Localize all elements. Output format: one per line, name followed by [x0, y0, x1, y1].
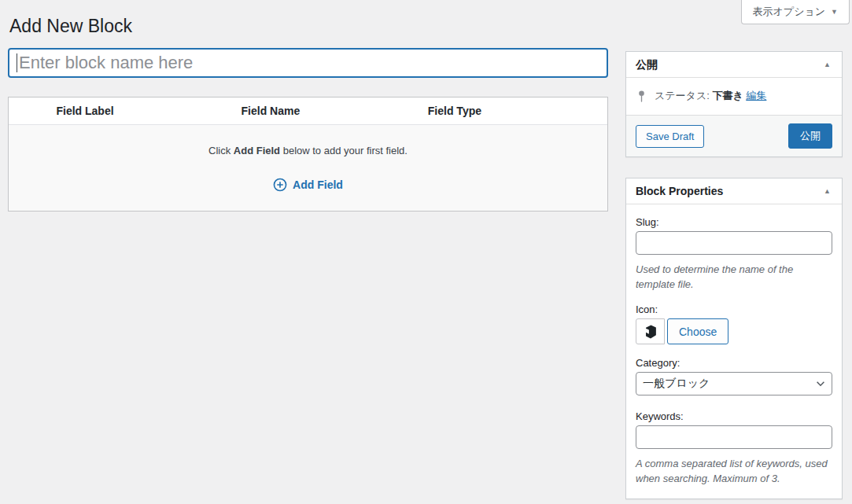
- post-status-row: ステータス: 下書き 編集: [626, 78, 842, 115]
- fields-table: Field Label Field Name Field Type Click …: [8, 97, 608, 212]
- icon-preview-box: [636, 318, 665, 344]
- pin-status-icon: [636, 90, 647, 103]
- chevron-down-icon: ▼: [831, 8, 838, 16]
- icon-label: Icon:: [636, 304, 832, 315]
- column-header-field-label: Field Label: [9, 105, 161, 117]
- edit-status-link[interactable]: 編集: [746, 90, 766, 101]
- main-column: Add New Block Field Label Field Name Fie…: [8, 8, 608, 499]
- slug-description: Used to determine the name of the templa…: [636, 262, 832, 292]
- sidebar: 公開 ▲ ステータス: 下書き 編集 Save Draft 公開: [625, 51, 843, 499]
- icon-chooser: Choose: [636, 318, 832, 344]
- block-properties-header[interactable]: Block Properties ▲: [626, 178, 842, 204]
- empty-message-prefix: Click: [208, 145, 234, 156]
- plus-circle-icon: [273, 178, 287, 192]
- block-name-input[interactable]: [8, 48, 608, 78]
- screen-options-button[interactable]: 表示オプション ▼: [741, 0, 850, 24]
- block-default-icon: [642, 323, 659, 340]
- screen-options-label: 表示オプション: [753, 5, 826, 19]
- column-header-field-type: Field Type: [380, 105, 529, 117]
- collapse-panel-icon[interactable]: ▲: [822, 187, 832, 195]
- category-selected-value: 一般ブロック: [643, 377, 710, 391]
- choose-icon-button[interactable]: Choose: [667, 318, 728, 344]
- block-properties-title: Block Properties: [636, 185, 723, 197]
- block-properties-panel: Block Properties ▲ Slug: Used to determi…: [625, 178, 843, 499]
- add-field-button[interactable]: Add Field: [273, 178, 343, 192]
- block-properties-body: Slug: Used to determine the name of the …: [626, 204, 842, 498]
- publishing-actions: Save Draft 公開: [626, 115, 842, 156]
- save-draft-button[interactable]: Save Draft: [636, 125, 704, 148]
- fields-table-header: Field Label Field Name Field Type: [9, 97, 607, 125]
- category-label: Category:: [636, 357, 832, 369]
- collapse-panel-icon[interactable]: ▲: [822, 61, 832, 68]
- slug-input[interactable]: [636, 231, 832, 255]
- slug-label: Slug:: [636, 216, 832, 228]
- page-content: Add New Block Field Label Field Name Fie…: [0, 0, 852, 499]
- empty-message-suffix: below to add your first field.: [280, 145, 408, 156]
- block-name-wrapper: [8, 48, 608, 78]
- status-value: 下書き: [712, 90, 743, 101]
- empty-fields-message: Click Add Field below to add your first …: [9, 145, 607, 156]
- publish-panel-header[interactable]: 公開 ▲: [626, 52, 842, 78]
- page-title: Add New Block: [8, 8, 608, 48]
- keywords-label: Keywords:: [636, 410, 832, 422]
- empty-message-bold: Add Field: [234, 145, 280, 156]
- text-caret: [17, 53, 17, 72]
- category-select[interactable]: 一般ブロック: [636, 372, 832, 395]
- fields-table-empty-state: Click Add Field below to add your first …: [9, 125, 607, 211]
- publish-button[interactable]: 公開: [788, 123, 832, 149]
- status-label: ステータス:: [655, 90, 710, 101]
- column-header-field-name: Field Name: [161, 105, 380, 117]
- keywords-input[interactable]: [636, 425, 832, 449]
- add-field-label: Add Field: [293, 178, 343, 191]
- publish-panel-title: 公開: [636, 58, 658, 71]
- publish-panel: 公開 ▲ ステータス: 下書き 編集 Save Draft 公開: [625, 51, 843, 157]
- keywords-description: A comma separated list of keywords, used…: [636, 456, 832, 486]
- category-select-wrapper: 一般ブロック: [636, 372, 832, 395]
- status-text: ステータス: 下書き 編集: [655, 89, 766, 103]
